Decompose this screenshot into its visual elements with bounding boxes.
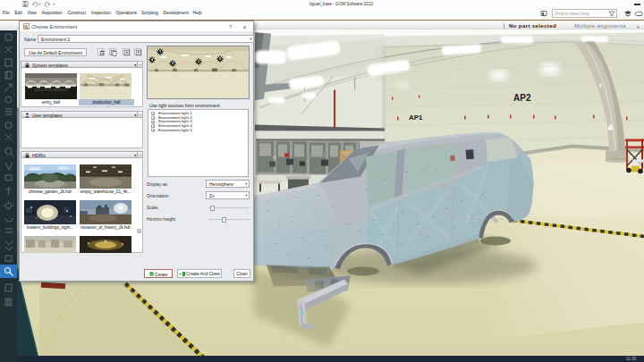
- svg-text:5: 5: [219, 57, 221, 61]
- svg-text:AP1: AP1: [409, 113, 423, 121]
- svg-text:3: 3: [198, 60, 199, 63]
- svg-text:1: 1: [159, 50, 161, 54]
- svg-text:AP2: AP2: [513, 92, 531, 102]
- svg-text:2: 2: [172, 62, 174, 65]
